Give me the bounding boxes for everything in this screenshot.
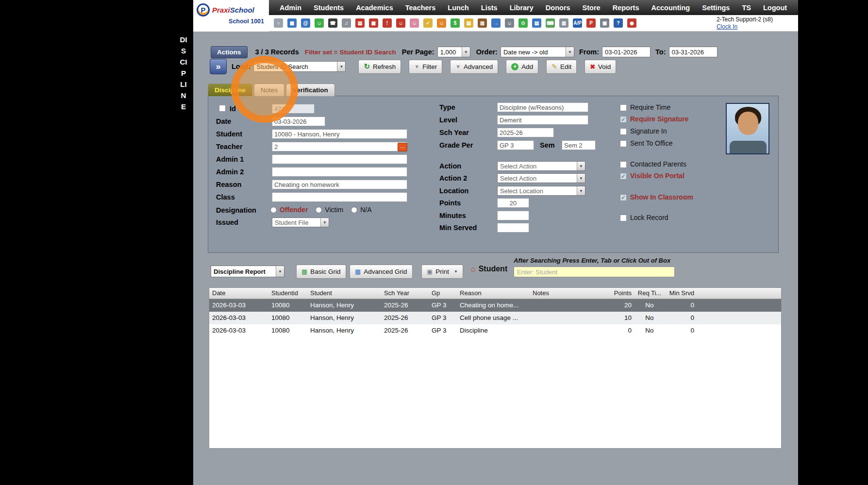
action2-select[interactable]: Select Action▼ bbox=[497, 173, 585, 183]
nav-item-donors[interactable]: Donors bbox=[546, 4, 570, 12]
load-select[interactable]: Student ID Search▼ bbox=[253, 61, 346, 72]
phone-icon[interactable]: ☎ bbox=[328, 18, 337, 28]
clock-in-link[interactable]: Clock In bbox=[717, 23, 773, 31]
victim-radio[interactable] bbox=[316, 207, 322, 213]
grid-header-gp[interactable]: Gp bbox=[432, 288, 459, 299]
admin1-field[interactable] bbox=[272, 154, 407, 164]
level-field[interactable] bbox=[497, 115, 588, 125]
student-search-input[interactable] bbox=[514, 267, 675, 277]
report-icon[interactable]: ▤ bbox=[355, 18, 365, 28]
nav-item-students[interactable]: Students bbox=[314, 4, 344, 12]
teacher-field[interactable] bbox=[272, 142, 407, 151]
from-date-input[interactable] bbox=[602, 47, 651, 57]
power-icon[interactable]: ◉ bbox=[627, 18, 636, 28]
printer-icon[interactable]: ▣ bbox=[600, 18, 609, 28]
sch-year-field[interactable] bbox=[497, 128, 554, 137]
grid-icon[interactable]: ▦ bbox=[287, 18, 297, 28]
issued-select[interactable]: Student File▼ bbox=[272, 217, 329, 227]
document-icon[interactable]: ▤ bbox=[532, 18, 541, 28]
na-label[interactable]: N/A bbox=[360, 206, 371, 214]
help-icon[interactable]: ? bbox=[614, 18, 623, 28]
nav-item-library[interactable]: Library bbox=[510, 4, 534, 12]
nav-item-teachers[interactable]: Teachers bbox=[405, 4, 436, 12]
reason-field[interactable] bbox=[272, 180, 407, 189]
student-red-icon[interactable]: ☺ bbox=[396, 18, 405, 28]
id-field[interactable] bbox=[272, 104, 315, 114]
ap-icon[interactable]: A/P bbox=[573, 18, 582, 28]
nav-item-ts[interactable]: TS bbox=[742, 4, 751, 12]
add-button[interactable]: +Add bbox=[506, 60, 538, 74]
order-select[interactable]: Date new -> old▼ bbox=[501, 47, 574, 57]
min-served-field[interactable] bbox=[497, 223, 529, 233]
nav-item-academics[interactable]: Academics bbox=[356, 4, 393, 12]
export-icon[interactable]: → bbox=[491, 18, 501, 28]
teacher-lookup-button[interactable]: … bbox=[398, 143, 407, 151]
basic-grid-button[interactable]: ▦Basic Grid bbox=[296, 265, 346, 279]
grid-row-2[interactable]: 2026-03-03 10080 Hanson, Henry 2025-26 G… bbox=[209, 312, 781, 324]
void-button[interactable]: ✖Void bbox=[584, 60, 616, 74]
grid-header-minsrvd[interactable]: Min Srvd bbox=[663, 288, 694, 299]
nav-item-logout[interactable]: Logout bbox=[763, 4, 787, 12]
keyboard-icon[interactable]: ⌨ bbox=[546, 18, 555, 28]
grid-header-student[interactable]: Student bbox=[310, 288, 383, 299]
print-button[interactable]: ▣Print▼ bbox=[421, 265, 463, 279]
cabinet-icon[interactable]: ▥ bbox=[559, 18, 568, 28]
date-field[interactable] bbox=[272, 117, 325, 126]
grid-row-1[interactable]: 2026-03-03 10080 Hanson, Henry 2025-26 G… bbox=[209, 299, 781, 312]
library-icon[interactable]: ▥ bbox=[478, 18, 487, 28]
load-button[interactable]: » bbox=[210, 59, 227, 74]
pdf-icon[interactable]: P bbox=[586, 18, 596, 28]
notes-icon[interactable]: ▤ bbox=[464, 18, 473, 28]
signature-in-checkbox[interactable] bbox=[620, 128, 627, 135]
lock-record-checkbox[interactable] bbox=[620, 215, 627, 221]
points-field[interactable] bbox=[497, 198, 529, 208]
nav-item-settings[interactable]: Settings bbox=[702, 4, 730, 12]
actions-button[interactable]: Actions bbox=[211, 46, 248, 58]
announce-icon[interactable]: ! bbox=[383, 18, 392, 28]
require-signature-checkbox[interactable]: ✓ bbox=[620, 116, 627, 123]
grid-header-points[interactable]: Points bbox=[598, 288, 632, 299]
grade-per-field[interactable] bbox=[497, 140, 534, 150]
payment-icon[interactable]: $ bbox=[451, 18, 460, 28]
victim-label[interactable]: Victim bbox=[325, 206, 343, 214]
nav-item-reports[interactable]: Reports bbox=[613, 4, 639, 12]
na-radio[interactable] bbox=[351, 207, 357, 213]
action-select[interactable]: Select Action▼ bbox=[497, 161, 585, 171]
search-icon[interactable]: ○ bbox=[274, 18, 283, 28]
staff-icon[interactable]: ☺ bbox=[505, 18, 514, 28]
grid-header-schyear[interactable]: Sch Year bbox=[384, 288, 431, 299]
show-in-classroom-checkbox[interactable]: ✓ bbox=[620, 194, 627, 201]
grid-row-3[interactable]: 2026-03-03 10080 Hanson, Henry 2025-26 G… bbox=[209, 324, 781, 337]
grid-header-studentid[interactable]: Studentid bbox=[271, 288, 308, 299]
grid-header-reason[interactable]: Reason bbox=[460, 288, 523, 299]
advanced-grid-button[interactable]: ▦Advanced Grid bbox=[350, 265, 413, 279]
nav-item-admin[interactable]: Admin bbox=[280, 4, 301, 12]
email-icon[interactable]: @ bbox=[301, 18, 310, 28]
nav-item-store[interactable]: Store bbox=[583, 4, 601, 12]
visible-on-portal-checkbox[interactable]: ✓ bbox=[620, 173, 627, 180]
nav-item-lunch[interactable]: Lunch bbox=[448, 4, 469, 12]
nav-item-lists[interactable]: Lists bbox=[481, 4, 498, 12]
offender-label[interactable]: Offender bbox=[280, 206, 308, 214]
advanced-filter-button[interactable]: ▼Advanced bbox=[450, 60, 498, 74]
admin2-field[interactable] bbox=[272, 167, 407, 177]
tab-verification[interactable]: Verification bbox=[286, 84, 335, 96]
offender-radio[interactable] bbox=[270, 207, 277, 213]
refresh-button[interactable]: ↻Refresh bbox=[358, 60, 401, 74]
edit-button[interactable]: ✎Edit bbox=[546, 60, 577, 74]
grid-header-notes[interactable]: Notes bbox=[533, 288, 595, 299]
student-field[interactable] bbox=[272, 129, 407, 139]
grid-header-date[interactable]: Date bbox=[212, 288, 270, 299]
calendar-icon[interactable]: ▦ bbox=[369, 18, 378, 28]
location-select[interactable]: Select Location▼ bbox=[497, 186, 585, 196]
sent-to-office-checkbox[interactable] bbox=[620, 140, 627, 147]
to-date-input[interactable] bbox=[669, 47, 718, 57]
attendance-icon[interactable]: ✓ bbox=[423, 18, 433, 28]
require-time-checkbox[interactable] bbox=[620, 104, 627, 111]
filter-button[interactable]: ▼Filter bbox=[409, 60, 442, 74]
type-field[interactable] bbox=[497, 102, 588, 112]
minutes-field[interactable] bbox=[497, 211, 529, 220]
grid-header-reqtime[interactable]: Req Ti... bbox=[636, 288, 663, 299]
chat-icon[interactable]: ☺ bbox=[315, 18, 324, 28]
parent-icon[interactable]: ☺ bbox=[410, 18, 419, 28]
